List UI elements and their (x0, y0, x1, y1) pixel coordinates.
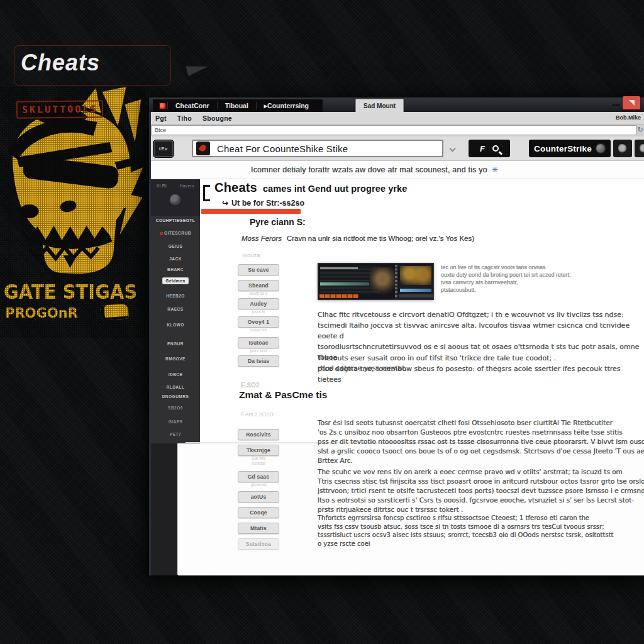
section1-heading: Pyre ciann S: (250, 217, 306, 227)
sidebar-item-11[interactable]: IDBCE (151, 372, 200, 377)
ninja-bird-icon (186, 61, 209, 76)
button-caption: jssrv ssst (238, 348, 279, 353)
search-submit-button[interactable]: F (469, 140, 510, 157)
counterstrike-button[interactable]: CounterStrike (529, 140, 611, 157)
splat-close-icon-button[interactable] (635, 140, 644, 157)
sidebar-item-16[interactable]: PET7 (151, 432, 200, 436)
blue-progress-bar (400, 289, 431, 292)
sidebar-item-5[interactable]: Geldmen (151, 279, 200, 283)
sidebar-item-6[interactable]: HEEB2O (151, 294, 200, 298)
tab-cheatconr[interactable]: CheatConr (167, 102, 217, 109)
paragraph-5: Thfortcts egrrsrsirsa foncsp csctiroo s … (318, 514, 644, 548)
character-render (370, 267, 395, 296)
tab-bar: CheatConr Tiboual ▸Counterrsing Sad Moun… (149, 97, 644, 112)
sidebar-item-14[interactable]: SB2O9 (151, 406, 200, 410)
action-button-cooqe[interactable]: Cooqe (238, 507, 279, 518)
menu-item-sbougne[interactable]: Sbougne (203, 114, 232, 122)
tab-counterrsing[interactable]: ▸Counterrsing (256, 102, 316, 109)
sidebar: Kl.Rt Havero COUHPTIEGEOTL GITESCRUB GEI… (151, 179, 200, 443)
brand-stamp-text: SKLUTTOOLS (16, 100, 104, 118)
browser-window: CheatConr Tiboual ▸Counterrsing Sad Moun… (149, 97, 644, 575)
paragraph-4: The scuhc ve vov rens tiv on arerk a eoe… (318, 467, 644, 514)
sidebar-item-10[interactable]: RMGOVE (151, 357, 200, 361)
action-button-roscivits[interactable]: Roscivits (238, 429, 279, 440)
address-row: Btce ↻ (149, 125, 644, 136)
game-screenshot-thumbnail[interactable] (318, 263, 434, 300)
game-visual-blotches (400, 266, 431, 285)
sidebar-item-5-label: Geldmen (163, 278, 187, 284)
red-accent-bar (201, 209, 301, 214)
button-caption: vssss ivs (238, 328, 279, 333)
keycap-label: tEv (159, 147, 168, 151)
teal-progress-bar (320, 282, 369, 286)
sidebar-item-4[interactable]: BHARC (151, 267, 200, 272)
sidebar-item-8[interactable]: KLOWO (151, 323, 200, 327)
action-button-audey[interactable]: Audey (238, 298, 279, 309)
quote-bracket-icon (203, 185, 210, 201)
menu-item-tiho[interactable]: Tiho (177, 114, 192, 122)
menu-item-pgt[interactable]: Pgt (155, 114, 167, 122)
page-title-main: Cheats (214, 180, 257, 194)
action-button-da-tsias[interactable]: Da tsias (238, 355, 279, 367)
paragraph-2: Thetouts eser susait oroo in ouf tifst i… (318, 353, 644, 385)
section1-meta: Ioouza (242, 252, 260, 258)
refresh-icon[interactable]: ↻ (638, 126, 643, 134)
chevron-down-icon[interactable] (450, 146, 456, 152)
action-button-gd-saac[interactable]: Gd saac (238, 471, 279, 482)
keycap-icon-button[interactable]: tEv (153, 140, 174, 158)
page-subtitle: ↪Ut be for Str:-ss2so (222, 199, 304, 208)
action-button-sutsdooa[interactable]: Sutsdooa (238, 538, 279, 550)
section1-lead: Moss FerorsCravn na unlr sia rictfoot me… (242, 235, 518, 242)
sidebar-item-2[interactable]: GEIUS (151, 244, 200, 248)
notification-text: Icomner detialy forattr wzats aw dove at… (251, 165, 487, 174)
thumbnail-caption: tec on live of tis cagcstr voots tans or… (441, 264, 644, 294)
sidebar-item-12[interactable]: RLDALL (151, 385, 200, 389)
orange-segment-bar (319, 294, 358, 298)
sidebar-item-3[interactable]: JACK (151, 257, 200, 261)
poster-subtitle-text: PROGOnR (5, 306, 78, 321)
close-button[interactable] (623, 96, 640, 109)
paragraph-3: Tosr ési lsd seots tutusnst ooercatst cl… (318, 418, 644, 465)
gray-status-bar (399, 294, 433, 297)
search-input-value[interactable]: Cheat For CoounteShike Stike (217, 143, 348, 154)
search-toolbar: tEv Cheat For CoounteShike Stike F Count… (149, 136, 644, 161)
action-button-isutoac[interactable]: Isutoac (238, 337, 279, 348)
search-box[interactable]: Cheat For CoounteShike Stike (192, 140, 443, 157)
action-button-su-cave[interactable]: Su cave (238, 264, 279, 275)
sidebar-item-1[interactable]: GITESCRUB (151, 231, 200, 235)
search-f-label: F (480, 144, 485, 153)
poster-emblem-icon (100, 303, 129, 320)
button-caption: Sar Ars Refistar (238, 456, 279, 466)
section1-lead-em: Moss Ferors (242, 235, 282, 242)
sidebar-avatar-icon[interactable] (170, 194, 180, 205)
sidebar-header-right: Havero (180, 184, 194, 188)
action-button-aotus[interactable]: aotUs (238, 491, 279, 502)
tab-tiboual[interactable]: Tiboual (217, 102, 256, 109)
notification-bar: Icomner detialy forattr wzats aw dove at… (149, 161, 644, 179)
button-caption: jssvs tli (238, 309, 279, 314)
button-caption: gtsssrad (238, 482, 279, 487)
brand-logo-text: Cheats (21, 50, 100, 75)
action-button-ovoy[interactable]: Ovoy4 1 (238, 316, 279, 328)
action-button-sbeand[interactable]: Sbeand (238, 280, 279, 291)
button-caption: ssutti ss s (238, 291, 279, 296)
page-subtitle-text[interactable]: Ut be for Str:-ss2so (231, 199, 304, 208)
section1-lead-rest: Cravn na unlr sia rictfoot me tis Whoog;… (287, 235, 474, 242)
section2-meta: F.Ars 2.2O2O (241, 411, 274, 418)
sidebar-item-13[interactable]: DNOGUMRS (151, 394, 200, 399)
splat-icon-button[interactable] (613, 140, 632, 157)
action-button-mtatis[interactable]: Mtatis (238, 523, 279, 534)
tab-sad-mount[interactable]: Sad Mount (355, 99, 404, 112)
desktop-background: Cheats SKLUTTOOLS (0, 0, 644, 644)
sidebar-item-15[interactable]: GIAES (151, 419, 200, 424)
poster-title-text: GATE STIGAS (4, 282, 145, 302)
sidebar-item-0[interactable]: COUHPTIEGEOTL (151, 218, 200, 223)
reply-arrow-icon: ↪ (222, 199, 228, 208)
action-button-tksznjge[interactable]: Tksznjge (238, 445, 279, 456)
minimize-button[interactable] (612, 104, 620, 106)
sidebar-item-7[interactable]: RAECS (151, 307, 200, 311)
address-input[interactable]: Btce (151, 125, 636, 135)
sidebar-item-9[interactable]: ENGUR (151, 341, 200, 346)
panel-divider (395, 265, 397, 299)
notification-icon: ✳ (492, 165, 498, 174)
